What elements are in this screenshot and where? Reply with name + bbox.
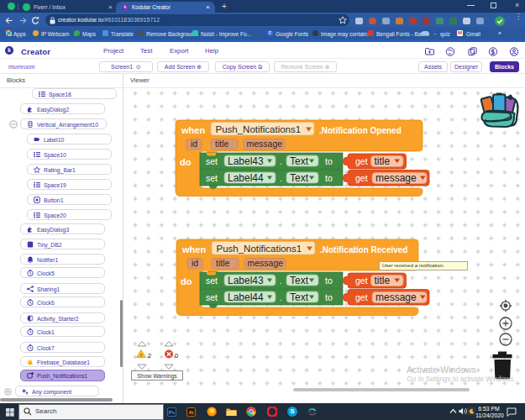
svg-text:!: ! [140, 353, 142, 358]
svg-text:0: 0 [175, 352, 178, 360]
svg-text:.: . [280, 157, 282, 166]
svg-text:Push_Notifications1: Push_Notifications1 [216, 124, 302, 134]
svg-text:do: do [180, 157, 192, 167]
svg-text:title: title [215, 139, 229, 149]
svg-text:.Notification Received: .Notification Received [320, 245, 407, 255]
svg-text:title: title [216, 258, 230, 268]
svg-text:do: do [181, 276, 192, 286]
svg-text:2: 2 [148, 352, 151, 360]
svg-text:when: when [181, 125, 205, 135]
svg-text:Label44: Label44 [228, 172, 264, 184]
svg-text:get: get [355, 156, 368, 166]
svg-text:set: set [206, 156, 218, 166]
svg-text:.: . [280, 174, 282, 183]
svg-text:to: to [325, 173, 333, 183]
svg-text:Text: Text [290, 155, 309, 167]
svg-text:message: message [375, 172, 417, 184]
svg-text:get: get [355, 173, 368, 183]
svg-text:title: title [375, 155, 391, 167]
svg-text:id: id [191, 139, 197, 149]
svg-text:message: message [247, 139, 283, 149]
svg-text:message: message [248, 258, 284, 268]
svg-text:set: set [206, 173, 218, 183]
svg-text:Label43: Label43 [228, 155, 264, 167]
svg-text:when: when [181, 244, 206, 255]
svg-text:id: id [192, 258, 198, 268]
svg-text:Text: Text [290, 172, 309, 184]
svg-text:Push_Notifications1: Push_Notifications1 [217, 244, 302, 254]
svg-text:.Notification Opened: .Notification Opened [319, 126, 402, 135]
svg-text:to: to [325, 156, 333, 166]
